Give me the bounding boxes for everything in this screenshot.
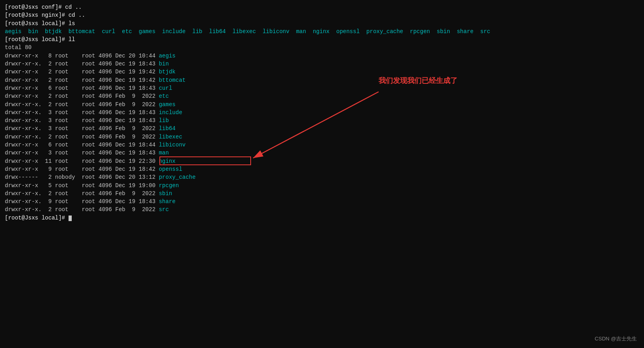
dir-line: drwxr-xr-x 11 root root 4096 Dec 19 22:3…: [5, 157, 639, 165]
final-prompt: [root@Jsxs local]#: [5, 214, 639, 222]
total-line: total 80: [5, 44, 639, 51]
dir-line: drwxr-xr-x. 9 root root 4096 Dec 19 18:4…: [5, 198, 639, 206]
annotation-text: 我们发现我们已经生成了: [379, 76, 457, 85]
terminal: [root@Jsxs conf]# cd .. [root@Jsxs nginx…: [0, 0, 644, 225]
dir-line: drwxr-xr-x. 3 root root 4096 Feb 9 2022 …: [5, 125, 639, 132]
proxy-cache-line: drwx------ 2 nobody root 4096 Dec 20 13:…: [5, 173, 639, 181]
dir-line: drwxr-xr-x 9 root root 4096 Dec 19 18:42…: [5, 165, 639, 173]
dir-line: drwxr-xr-x 2 root root 4096 Feb 9 2022 e…: [5, 92, 639, 100]
dir-line: drwxr-xr-x 3 root root 4096 Dec 19 18:43…: [5, 149, 639, 157]
dir-line: drwxr-xr-x. 2 root root 4096 Feb 9 2022 …: [5, 133, 639, 141]
dir-line: drwxr-xr-x 6 root root 4096 Dec 19 18:43…: [5, 84, 639, 92]
terminal-line: [root@Jsxs conf]# cd ..: [5, 3, 639, 11]
cursor: [69, 216, 72, 221]
dir-line: drwxr-xr-x. 2 root root 4096 Feb 9 2022 …: [5, 101, 639, 109]
dir-line: drwxr-xr-x 8 root root 4096 Dec 20 10:44…: [5, 52, 639, 60]
dir-line: drwxr-xr-x 2 root root 4096 Dec 19 19:42…: [5, 76, 639, 84]
dir-line: drwxr-xr-x. 3 root root 4096 Dec 19 18:4…: [5, 109, 639, 117]
terminal-line: [root@Jsxs local]# ls: [5, 20, 639, 28]
terminal-line: [root@Jsxs nginx]# cd ..: [5, 11, 639, 19]
dir-line: drwxr-xr-x. 2 root root 4096 Feb 9 2022 …: [5, 190, 639, 198]
dir-line: drwxr-xr-x 6 root root 4096 Dec 19 18:44…: [5, 141, 639, 149]
terminal-line: [root@Jsxs local]# ll: [5, 36, 639, 44]
ls-output: aegis bin btjdk bttomcat curl etc games …: [5, 28, 639, 36]
dir-line: drwxr-xr-x. 2 root root 4096 Dec 19 18:4…: [5, 60, 639, 68]
watermark: CSDN @吉士先生: [595, 335, 637, 342]
dir-line: drwxr-xr-x. 3 root root 4096 Dec 19 18:4…: [5, 117, 639, 125]
dir-line: drwxr-xr-x 5 root root 4096 Dec 19 19:00…: [5, 182, 639, 190]
dir-line: drwxr-xr-x 2 root root 4096 Dec 19 19:42…: [5, 68, 639, 76]
dir-line: drwxr-xr-x. 2 root root 4096 Feb 9 2022 …: [5, 206, 639, 214]
